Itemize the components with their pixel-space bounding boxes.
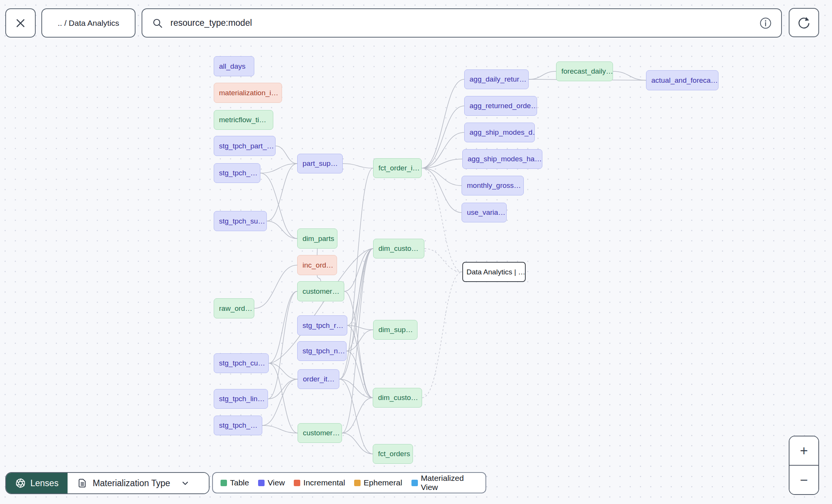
graph-node-stg_tpch_b[interactable]: stg_tpch_… bbox=[214, 416, 262, 435]
circle-info-icon bbox=[759, 17, 772, 30]
breadcrumb-label: .. / Data Analytics bbox=[58, 19, 119, 28]
document-icon bbox=[77, 478, 87, 488]
edge-dim_parts-to-inc_ord bbox=[317, 249, 318, 255]
graph-node-stg_tpch_r[interactable]: stg_tpch_r… bbox=[297, 315, 347, 335]
edge-fct_order_items-to-monthly_gross bbox=[422, 168, 462, 186]
legend-label: Ephemeral bbox=[364, 478, 402, 487]
edge-fct_order_items-to-use_varia bbox=[422, 168, 462, 213]
aperture-icon bbox=[15, 478, 26, 488]
edge-dim_custo_l-to-exposure bbox=[422, 272, 462, 398]
legend-label: Table bbox=[230, 478, 249, 487]
graph-node-customer_b[interactable]: customer… bbox=[298, 423, 342, 443]
edge-dim_custo_u-to-exposure bbox=[424, 249, 462, 272]
graph-node-dim_custo_u[interactable]: dim_custo… bbox=[373, 239, 424, 258]
graph-node-agg_daily[interactable]: agg_daily_retur… bbox=[464, 69, 529, 89]
graph-node-agg_ship_ha[interactable]: agg_ship_modes_ha… bbox=[462, 149, 542, 169]
edge-customer_b-to-dim_custo_l bbox=[342, 398, 373, 433]
graph-node-metricflow[interactable]: metricflow_ti… bbox=[214, 110, 273, 130]
chevron-down-icon bbox=[181, 479, 190, 488]
graph-node-fct_orders[interactable]: fct_orders bbox=[373, 444, 413, 464]
edge-part_sup-to-fct_order_items bbox=[343, 164, 373, 168]
graph-node-inc_ord[interactable]: inc_ord… bbox=[297, 255, 337, 275]
edge-stg_tpch_r-to-dim_custo_l bbox=[347, 326, 373, 398]
graph-node-fct_order_items[interactable]: fct_order_i… bbox=[373, 158, 422, 178]
edge-fct_order_items-to-agg_daily bbox=[422, 79, 464, 168]
legend-chip-incremental bbox=[294, 480, 300, 486]
graph-canvas[interactable]: all_daysmaterialization_i…metricflow_ti…… bbox=[0, 0, 832, 504]
graph-node-part_sup[interactable]: part_sup… bbox=[297, 154, 343, 173]
edge-order_it-to-fct_orders bbox=[339, 379, 373, 454]
graph-node-monthly_gross[interactable]: monthly_gross… bbox=[462, 176, 524, 195]
edge-customer_b-to-fct_orders bbox=[342, 433, 373, 454]
materialization-legend: TableViewIncrementalEphemeralMaterialize… bbox=[212, 472, 486, 493]
search-input[interactable]: resource_type:model bbox=[170, 18, 759, 28]
graph-node-stg_tpch_lin[interactable]: stg_tpch_lin… bbox=[214, 389, 268, 409]
lineage-graph-app: all_daysmaterialization_i…metricflow_ti…… bbox=[0, 0, 832, 504]
edge-forecast_daily-to-actual_and bbox=[613, 71, 646, 80]
legend-label: Incremental bbox=[303, 478, 345, 487]
legend-chip-materialized-view bbox=[411, 480, 418, 486]
legend-label: View bbox=[268, 478, 285, 487]
breadcrumb[interactable]: .. / Data Analytics bbox=[41, 8, 136, 38]
refresh-button[interactable] bbox=[789, 8, 819, 37]
edge-fct_order_items-to-agg_returned bbox=[422, 106, 464, 168]
lenses-button[interactable]: Lenses bbox=[6, 473, 68, 493]
zoom-controls: + − bbox=[789, 436, 819, 495]
graph-node-agg_ship_d[interactable]: agg_ship_modes_d… bbox=[464, 123, 535, 142]
edge-customer_b-to-dim_custo_u bbox=[342, 249, 373, 433]
edge-agg_daily-to-forecast_daily bbox=[529, 71, 556, 79]
legend-chip-view bbox=[258, 480, 265, 486]
legend-chip-ephemeral bbox=[354, 480, 361, 486]
search-icon bbox=[152, 18, 163, 28]
graph-node-dim_parts[interactable]: dim_parts bbox=[297, 228, 337, 249]
edge-inc_ord-to-customer_t bbox=[317, 275, 321, 281]
legend-item-table: Table bbox=[221, 478, 249, 487]
edge-raw_ord-to-inc_ord bbox=[254, 265, 297, 309]
legend-item-ephemeral: Ephemeral bbox=[354, 478, 402, 487]
graph-node-stg_tpch_su[interactable]: stg_tpch_su… bbox=[214, 211, 267, 231]
zoom-in-button[interactable]: + bbox=[789, 436, 818, 465]
graph-node-stg_tpch_part[interactable]: stg_tpch_part_… bbox=[214, 136, 276, 156]
graph-node-stg_tpch_cu[interactable]: stg_tpch_cu… bbox=[214, 353, 269, 373]
lenses-button-label: Lenses bbox=[30, 478, 58, 488]
lens-selector[interactable]: Materialization Type bbox=[68, 473, 209, 493]
edge-stg_tpch_su-to-part_sup bbox=[267, 164, 297, 221]
graph-node-order_it[interactable]: order_it… bbox=[298, 369, 339, 389]
search-bar[interactable]: resource_type:model bbox=[142, 8, 782, 38]
graph-node-all_days[interactable]: all_days bbox=[214, 56, 254, 76]
close-icon bbox=[15, 17, 26, 29]
graph-node-actual_and[interactable]: actual_and_foreca… bbox=[646, 70, 719, 90]
lens-selector-label: Materialization Type bbox=[93, 478, 170, 488]
edge-stg_tpch_cu-to-customer_t bbox=[269, 291, 297, 364]
refresh-icon bbox=[796, 15, 812, 30]
edge-stg_tpch_a-to-part_sup bbox=[260, 164, 297, 173]
zoom-out-button[interactable]: − bbox=[789, 465, 818, 494]
graph-node-customer_t[interactable]: customer… bbox=[297, 281, 344, 301]
legend-item-materialized-view: Materialized View bbox=[411, 474, 478, 492]
edge-customer_t-to-dim_custo_u bbox=[344, 249, 373, 291]
legend-chip-table bbox=[221, 480, 227, 486]
graph-node-dim_sup[interactable]: dim_sup… bbox=[373, 320, 418, 340]
info-button[interactable] bbox=[759, 17, 772, 30]
edge-fct_order_items-to-exposure bbox=[422, 168, 462, 272]
graph-node-forecast_daily[interactable]: forecast_daily… bbox=[556, 61, 613, 81]
graph-node-exposure[interactable]: Data Analytics | … bbox=[462, 262, 526, 282]
edge-stg_tpch_part-to-part_sup bbox=[276, 146, 297, 164]
legend-item-view: View bbox=[258, 478, 285, 487]
lenses-bar: Lenses Materialization Type bbox=[5, 472, 210, 494]
graph-node-dim_custo_l[interactable]: dim_custo… bbox=[373, 388, 422, 408]
graph-node-stg_tpch_a[interactable]: stg_tpch_… bbox=[214, 163, 260, 183]
graph-node-raw_ord[interactable]: raw_ord… bbox=[214, 298, 254, 318]
close-button[interactable] bbox=[5, 8, 36, 38]
edge-stg_tpch_su-to-dim_parts bbox=[267, 221, 297, 239]
graph-node-stg_tpch_n[interactable]: stg_tpch_n… bbox=[297, 341, 347, 361]
graph-node-use_varia[interactable]: use_varia… bbox=[462, 203, 507, 222]
graph-node-agg_returned[interactable]: agg_returned_orde… bbox=[464, 96, 537, 116]
graph-node-materialization[interactable]: materialization_i… bbox=[214, 83, 282, 103]
legend-label: Materialized View bbox=[421, 474, 478, 492]
legend-item-incremental: Incremental bbox=[294, 478, 345, 487]
